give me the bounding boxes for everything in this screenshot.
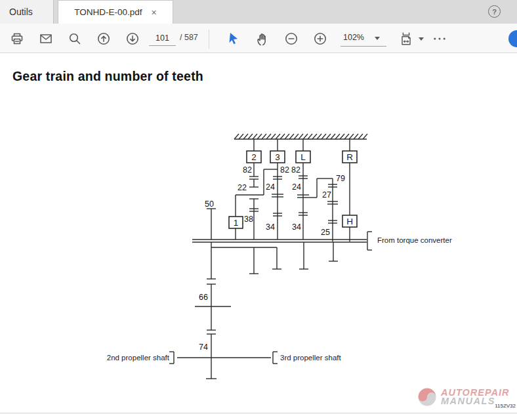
zoom-level-dropdown[interactable]: 102% <box>341 30 386 47</box>
previous-page-button[interactable] <box>96 31 112 47</box>
page-title: Gear train and number of teeth <box>12 69 203 84</box>
zoom-out-button[interactable] <box>283 31 299 47</box>
email-icon <box>39 32 53 46</box>
document-canvas: Gear train and number of teeth AUTOREPAI… <box>0 53 517 420</box>
watermark-logo-icon <box>417 387 437 407</box>
select-tool-button[interactable] <box>226 31 242 47</box>
hand-tool-button[interactable] <box>255 31 270 47</box>
tab-outils-label: Outils <box>9 7 33 17</box>
next-page-button[interactable] <box>125 31 140 47</box>
search-icon <box>68 32 82 46</box>
chevron-down-icon <box>375 37 380 40</box>
signin-avatar-button[interactable] <box>508 30 517 47</box>
hand-tool-icon <box>255 32 270 46</box>
more-options-button[interactable] <box>432 31 447 47</box>
page-count-label: / 587 <box>180 33 198 42</box>
page-down-icon <box>125 32 140 46</box>
zoom-level-value: 102% <box>343 33 364 42</box>
print-button[interactable] <box>9 31 25 47</box>
toolbar: / 587 102% <box>0 24 517 53</box>
page-up-icon <box>96 32 111 46</box>
tab-document[interactable]: TONHD-E-00.pdf × <box>58 0 173 24</box>
toolbar-divider <box>209 30 209 49</box>
select-tool-icon <box>227 32 241 46</box>
print-icon <box>10 32 24 46</box>
page-edge-divider <box>0 413 517 413</box>
figure-code: 115ZV32 <box>486 403 516 409</box>
zoom-out-icon <box>284 32 299 46</box>
tab-outils[interactable]: Outils <box>0 0 54 24</box>
close-icon[interactable]: × <box>152 8 157 17</box>
fit-width-button[interactable] <box>398 31 414 47</box>
watermark-text-top: AUTOREPAIR <box>441 388 510 398</box>
fit-width-icon <box>398 30 414 47</box>
zoom-in-button[interactable] <box>312 31 328 47</box>
more-options-icon <box>432 32 447 46</box>
zoom-in-icon <box>313 32 327 46</box>
help-icon[interactable]: ? <box>488 5 501 18</box>
tab-document-label: TONHD-E-00.pdf <box>74 7 142 17</box>
help-label: ? <box>492 8 497 16</box>
page-number-input[interactable] <box>149 31 176 46</box>
email-button[interactable] <box>38 31 54 47</box>
search-button[interactable] <box>67 31 83 47</box>
tab-bar: Outils TONHD-E-00.pdf × ? <box>0 0 517 24</box>
fit-dropdown-caret-icon[interactable] <box>419 37 424 41</box>
